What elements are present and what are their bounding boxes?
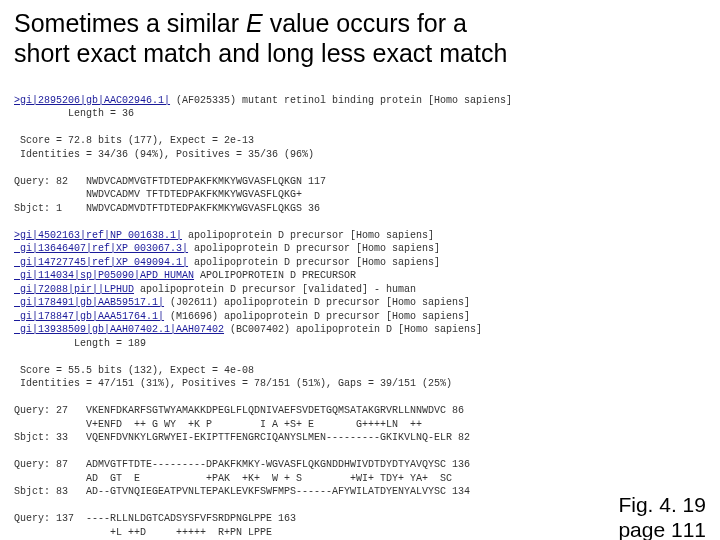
hit1-defline-rest: (AF025335) mutant retinol binding protei… — [170, 95, 512, 106]
caption-fig: Fig. 4. 19 — [618, 493, 706, 516]
hit2-identities: Identities = 47/151 (31%), Positives = 7… — [14, 378, 452, 389]
hit2-link-4[interactable]: gi|72088|pir||LPHUD — [14, 284, 134, 295]
hit1-query: Query: 82 NWDVCADMVGTFTDTEDPAKFKMKYWGVAS… — [14, 176, 326, 187]
title-line-1: Sometimes a similar E value occurs for a — [14, 9, 467, 37]
hit2-q2: Query: 87 ADMVGTFTDTE---------DPAKFKMKY-… — [14, 459, 470, 470]
figure-caption: Fig. 4. 19 page 111 — [618, 492, 706, 540]
hit1-sbjct: Sbjct: 1 NWDVCADMVDTFTDTEDPAKFKMKYWGVASF… — [14, 203, 320, 214]
hit2-m1: V+ENFD ++ G WY +K P I A +S+ E G++++LN ++ — [14, 419, 422, 430]
hit2-link-3[interactable]: gi|114034|sp|P05090|APD HUMAN — [14, 270, 194, 281]
hit2-q3: Query: 137 ----RLLNLDGTCADSYSFVFSRDPNGLP… — [14, 513, 296, 524]
hit2-link-0[interactable]: >gi|4502163|ref|NP 001638.1| — [14, 230, 182, 241]
hit2-link-7[interactable]: gi|13938509|gb|AAH07402.1|AAH07402 — [14, 324, 224, 335]
hit2-length: Length = 189 — [14, 338, 146, 349]
hit1-score: Score = 72.8 bits (177), Expect = 2e-13 — [14, 135, 254, 146]
hit2-link-5[interactable]: gi|178491|gb|AAB59517.1| — [14, 297, 164, 308]
title-line-2: short exact match and long less exact ma… — [14, 39, 507, 67]
hit2-m3: +L ++D +++++ R+PN LPPE — [14, 527, 272, 538]
caption-page: page 111 — [618, 518, 706, 540]
hit2-link-1[interactable]: gi|13646407|ref|XP 003067.3| — [14, 243, 188, 254]
hit2-s2: Sbjct: 83 AD--GTVNQIEGEATPVNLTEPAKLEVKFS… — [14, 486, 470, 497]
hit2-s1: Sbjct: 33 VQENFDVNKYLGRWYEI-EKIPTTFENGRC… — [14, 432, 470, 443]
hit1-defline-link[interactable]: >gi|2895206|gb|AAC02946.1| — [14, 95, 170, 106]
hit2-link-2[interactable]: gi|14727745|ref|XP 049094.1| — [14, 257, 188, 268]
hit2-link-6[interactable]: gi|178847|gb|AAA51764.1| — [14, 311, 164, 322]
hit2-score: Score = 55.5 bits (132), Expect = 4e-08 — [14, 365, 254, 376]
slide-title: Sometimes a similar E value occurs for a… — [14, 8, 706, 68]
hit2-m2: AD GT E +PAK +K+ W + S +WI+ TDY+ YA+ SC — [14, 473, 452, 484]
blast-output: >gi|2895206|gb|AAC02946.1| (AF025335) mu… — [14, 80, 706, 540]
hit1-match: NWDVCADMV TFTDTEDPAKFKMKYWGVASFLQKG+ — [14, 189, 302, 200]
hit2-q1: Query: 27 VKENFDKARFSGTWYAMAKKDPEGLFLQDN… — [14, 405, 464, 416]
hit1-identities: Identities = 34/36 (94%), Positives = 35… — [14, 149, 314, 160]
hit1-length: Length = 36 — [14, 108, 134, 119]
